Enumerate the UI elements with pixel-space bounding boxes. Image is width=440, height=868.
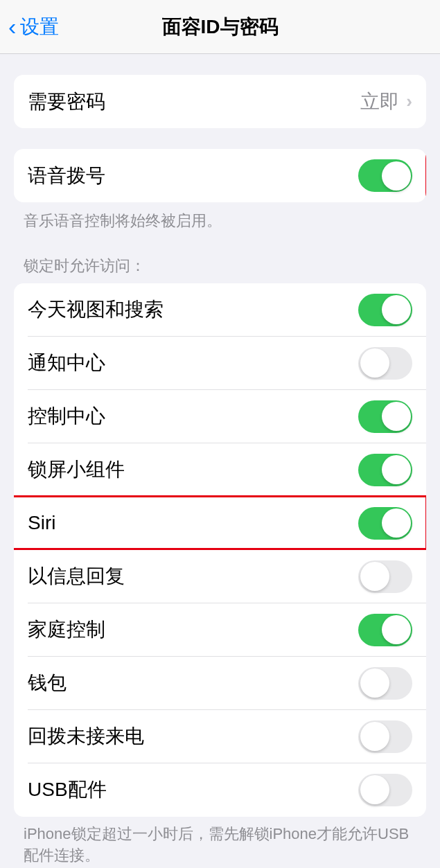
wallet-row: 钱包 bbox=[14, 657, 426, 710]
require-passcode-value-container: 立即 › bbox=[360, 89, 412, 115]
toggle-knob bbox=[360, 668, 389, 698]
return-missed-calls-label: 回拨未接来电 bbox=[28, 723, 144, 750]
return-missed-calls-row: 回拨未接来电 bbox=[14, 710, 426, 763]
home-control-row: 家庭控制 bbox=[14, 603, 426, 657]
return-missed-calls-toggle[interactable] bbox=[358, 720, 412, 753]
usb-accessories-row: USB配件 bbox=[14, 763, 426, 817]
toggle-knob bbox=[382, 615, 411, 644]
home-control-label: 家庭控制 bbox=[28, 617, 105, 643]
chevron-right-icon: › bbox=[406, 91, 412, 112]
notification-center-toggle[interactable] bbox=[358, 347, 412, 380]
siri-label: Siri bbox=[28, 512, 55, 534]
home-control-toggle[interactable] bbox=[358, 614, 412, 646]
notification-center-row: 通知中心 bbox=[14, 337, 426, 390]
control-center-toggle[interactable] bbox=[358, 400, 412, 433]
lock-access-header: 锁定时允许访问： bbox=[0, 256, 440, 283]
require-passcode-group: 需要密码 立即 › bbox=[14, 75, 426, 128]
require-passcode-label: 需要密码 bbox=[28, 89, 105, 115]
require-passcode-value: 立即 bbox=[360, 89, 399, 115]
lock-screen-widgets-row: 锁屏小组件 bbox=[14, 443, 426, 497]
toggle-knob bbox=[360, 722, 389, 751]
lock-screen-widgets-label: 锁屏小组件 bbox=[28, 457, 125, 483]
chevron-left-icon: ‹ bbox=[8, 13, 16, 40]
usb-accessories-toggle[interactable] bbox=[358, 774, 412, 806]
control-center-row: 控制中心 bbox=[14, 390, 426, 443]
toggle-knob bbox=[360, 562, 389, 591]
voice-dial-toggle[interactable] bbox=[358, 159, 412, 192]
today-view-toggle[interactable] bbox=[358, 294, 412, 326]
back-button[interactable]: ‹ 设置 bbox=[0, 13, 59, 40]
usb-footer: iPhone锁定超过一小时后，需先解锁iPhone才能允许USB配件连接。 bbox=[0, 817, 440, 867]
toggle-knob bbox=[382, 455, 411, 484]
wallet-label: 钱包 bbox=[28, 670, 67, 696]
siri-toggle[interactable] bbox=[358, 507, 412, 540]
voice-dial-footer: 音乐语音控制将始终被启用。 bbox=[0, 202, 440, 232]
toggle-knob bbox=[360, 775, 389, 804]
reply-with-message-toggle[interactable] bbox=[358, 560, 412, 593]
siri-row: Siri bbox=[14, 497, 426, 550]
page-title: 面容ID与密码 bbox=[162, 14, 279, 40]
back-label: 设置 bbox=[20, 14, 59, 40]
voice-dial-group: 语音拨号 bbox=[14, 149, 426, 202]
toggle-knob bbox=[382, 295, 411, 324]
lock-screen-widgets-toggle[interactable] bbox=[358, 454, 412, 486]
notification-center-label: 通知中心 bbox=[28, 350, 105, 376]
voice-dial-row: 语音拨号 bbox=[14, 149, 426, 202]
usb-accessories-label: USB配件 bbox=[28, 777, 107, 803]
navigation-bar: ‹ 设置 面容ID与密码 bbox=[0, 0, 440, 54]
today-view-row: 今天视图和搜索 bbox=[14, 283, 426, 337]
require-passcode-row[interactable]: 需要密码 立即 › bbox=[14, 75, 426, 128]
voice-dial-label: 语音拨号 bbox=[28, 163, 105, 189]
lock-access-group: 今天视图和搜索 通知中心 控制中心 锁屏小组件 Siri bbox=[14, 283, 426, 817]
toggle-knob bbox=[360, 348, 389, 378]
wallet-toggle[interactable] bbox=[358, 667, 412, 700]
reply-with-message-label: 以信息回复 bbox=[28, 563, 125, 590]
toggle-knob bbox=[382, 161, 411, 191]
reply-with-message-row: 以信息回复 bbox=[14, 550, 426, 603]
toggle-knob bbox=[382, 508, 411, 538]
today-view-label: 今天视图和搜索 bbox=[28, 296, 164, 323]
control-center-label: 控制中心 bbox=[28, 403, 105, 429]
toggle-knob bbox=[382, 402, 411, 431]
